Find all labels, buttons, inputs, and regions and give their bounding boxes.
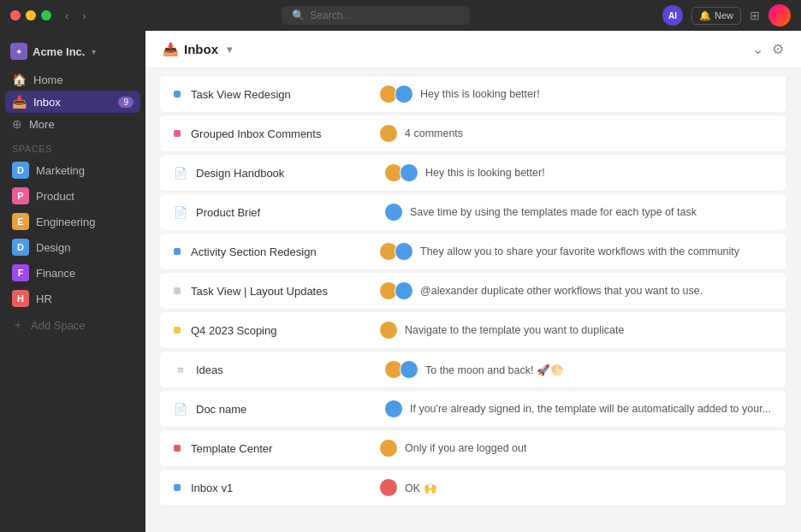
item-avatar <box>379 321 398 340</box>
inbox-icon: 📥 <box>12 95 27 109</box>
user-avatar[interactable] <box>768 4 791 27</box>
item-message: 4 comments <box>405 127 463 139</box>
maximize-dot[interactable] <box>41 10 51 21</box>
item-title: Product Brief <box>196 206 384 219</box>
search-icon: 🔍 <box>292 9 305 21</box>
sidebar-space-marketing[interactable]: D Marketing <box>5 157 140 183</box>
sidebar-home-label: Home <box>33 74 63 86</box>
item-avatars <box>384 203 403 222</box>
inbox-item-ideas[interactable]: ≡ Ideas To the moon and back! 🚀🌕 <box>159 351 787 388</box>
workspace-header[interactable]: ✦ Acme Inc. ▾ <box>0 39 145 68</box>
item-type-icon: 📄 <box>174 206 187 219</box>
app-body: ✦ Acme Inc. ▾ 🏠 Home 📥 Inbox 9 ⊕ More Sp… <box>0 31 801 532</box>
item-title: Design Handbook <box>196 167 384 180</box>
inbox-header-icon: 📥 <box>163 42 179 57</box>
item-title: Task View | Layout Updates <box>191 285 379 298</box>
sidebar-item-home[interactable]: 🏠 Home <box>5 68 140 91</box>
item-avatar <box>395 281 413 300</box>
workspace-name: Acme Inc. <box>33 45 85 58</box>
item-message: Only if you are logged out <box>405 442 526 454</box>
inbox-item-doc-name[interactable]: 📄 Doc name If you're already signed in, … <box>159 390 787 428</box>
search-input[interactable] <box>310 9 447 21</box>
item-title: Activity Section Redesign <box>191 245 379 258</box>
titlebar-search-area: 🔍 <box>90 6 662 25</box>
inbox-item-template-center[interactable]: Template Center Only if you are logged o… <box>159 429 787 467</box>
sidebar-space-hr[interactable]: H HR <box>5 286 140 311</box>
sidebar-more-label: More <box>29 118 55 131</box>
item-title: Inbox v1 <box>191 482 379 494</box>
titlebar: ‹ › 🔍 AI 🔔 New ⊞ <box>0 0 801 31</box>
space-label-hr: HR <box>36 293 52 305</box>
sidebar-space-engineering[interactable]: E Engineering <box>5 209 140 234</box>
space-label-marketing: Marketing <box>36 164 85 177</box>
new-button[interactable]: 🔔 New <box>691 7 741 25</box>
ai-badge[interactable]: AI <box>662 5 683 26</box>
titlebar-nav: ‹ › <box>62 8 90 24</box>
item-message: To the moon and back! 🚀🌕 <box>425 364 564 376</box>
item-avatar <box>395 242 413 261</box>
space-dot-engineering: E <box>12 213 29 230</box>
item-message: Hey this is looking better! <box>420 88 540 100</box>
space-dot-hr: H <box>12 290 29 307</box>
settings-button[interactable]: ⚙ <box>772 41 784 57</box>
sidebar-space-finance[interactable]: F Finance <box>5 260 140 286</box>
inbox-item-q4-scoping[interactable]: Q4 2023 Scoping Navigate to the template… <box>159 311 787 349</box>
sidebar-item-inbox[interactable]: 📥 Inbox 9 <box>5 91 140 113</box>
item-avatar <box>384 203 403 222</box>
item-title: Template Center <box>191 442 379 455</box>
inbox-list: Task View Redesign Hey this is looking b… <box>145 68 801 532</box>
item-avatars <box>379 478 398 497</box>
collapse-button[interactable]: ⌄ <box>752 41 763 57</box>
add-space-icon: ＋ <box>12 317 24 333</box>
add-space-label: Add Space <box>31 319 86 332</box>
sidebar-nav: 🏠 Home 📥 Inbox 9 ⊕ More <box>0 68 145 135</box>
nav-forward-button[interactable]: › <box>79 8 89 24</box>
inbox-item-task-view-layout[interactable]: Task View | Layout Updates @alexander du… <box>159 272 787 310</box>
item-message: If you're already signed in, the templat… <box>410 403 771 415</box>
space-label-finance: Finance <box>36 267 75 280</box>
minimize-dot[interactable] <box>26 10 36 21</box>
nav-back-button[interactable]: ‹ <box>62 8 72 24</box>
inbox-item-task-view-redesign[interactable]: Task View Redesign Hey this is looking b… <box>159 75 787 113</box>
item-title: Ideas <box>196 364 384 376</box>
item-avatar <box>395 85 413 103</box>
inbox-chevron-icon[interactable]: ▾ <box>227 44 232 56</box>
sidebar-inbox-label: Inbox <box>33 96 61 109</box>
inbox-item-grouped-inbox[interactable]: Grouped Inbox Comments 4 comments <box>159 115 787 152</box>
inbox-item-product-brief[interactable]: 📄 Product Brief Save time by using the t… <box>159 193 787 231</box>
item-indicator <box>174 445 181 452</box>
more-icon: ⊕ <box>12 117 22 131</box>
item-preview: Save time by using the templates made fo… <box>384 203 773 222</box>
close-dot[interactable] <box>10 10 21 21</box>
titlebar-right-actions: AI 🔔 New ⊞ <box>662 4 791 27</box>
space-dot-finance: F <box>12 264 29 281</box>
item-preview: OK 🙌 <box>379 478 773 497</box>
add-space-button[interactable]: ＋ Add Space <box>5 313 140 337</box>
item-avatar <box>400 163 418 182</box>
item-message: Save time by using the templates made fo… <box>410 206 697 218</box>
search-box[interactable]: 🔍 <box>282 6 470 25</box>
item-preview: To the moon and back! 🚀🌕 <box>384 360 773 379</box>
item-title: Task View Redesign <box>191 88 379 101</box>
item-message: They allow you to share your favorite wo… <box>420 245 739 257</box>
inbox-item-design-handbook[interactable]: 📄 Design Handbook Hey this is looking be… <box>159 154 787 192</box>
space-dot-product: P <box>12 187 29 204</box>
sidebar-item-more[interactable]: ⊕ More <box>5 113 140 135</box>
item-indicator <box>174 91 181 98</box>
item-preview: If you're already signed in, the templat… <box>384 399 773 418</box>
item-message: OK 🙌 <box>405 482 437 494</box>
item-indicator <box>174 287 181 294</box>
window-controls <box>10 10 51 21</box>
item-preview: Navigate to the template you want to dup… <box>379 321 773 340</box>
sidebar-space-design[interactable]: D Design <box>5 234 140 260</box>
inbox-item-inbox-v1[interactable]: Inbox v1 OK 🙌 <box>159 469 787 506</box>
item-preview: 4 comments <box>379 124 773 143</box>
item-title: Doc name <box>196 403 384 416</box>
item-preview: Hey this is looking better! <box>384 163 773 182</box>
inbox-item-activity-section[interactable]: Activity Section Redesign They allow you… <box>159 233 787 270</box>
sidebar-space-product[interactable]: P Product <box>5 183 140 209</box>
grid-icon[interactable]: ⊞ <box>750 9 760 22</box>
item-avatar <box>379 124 398 143</box>
item-type-icon: 📄 <box>174 403 187 416</box>
inbox-badge: 9 <box>118 97 134 108</box>
